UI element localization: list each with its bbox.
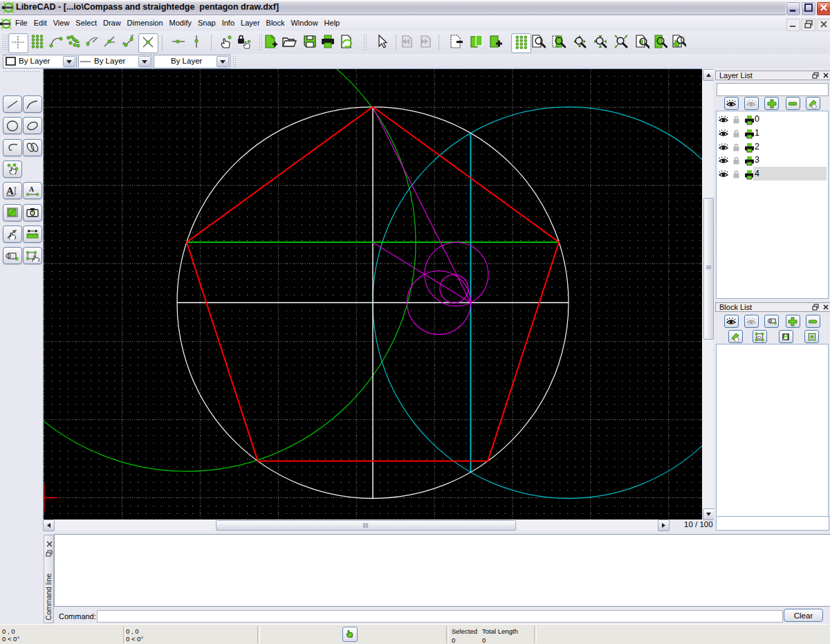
svg-text:A: A [6, 185, 14, 196]
svg-text:A: A [29, 185, 35, 193]
